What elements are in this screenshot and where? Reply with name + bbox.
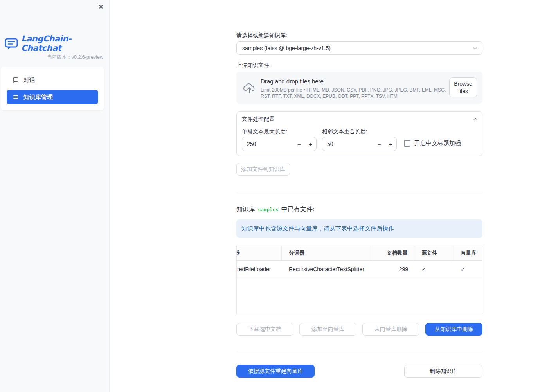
cell-text: RecursiveCharacterTextSplitter [289, 266, 364, 272]
sidebar-item-label: 知识库管理 [23, 94, 53, 101]
kb-select-label: 请选择或新建知识库: [236, 32, 287, 39]
col-header-text: 器 [237, 250, 240, 257]
cell-text: redFileLoader [237, 266, 271, 272]
info-banner: 知识库中包含源文件与向量库，请从下表中选择文件后操作 [236, 219, 482, 238]
upload-limit-text: Limit 200MB per file • HTML, MD, JSON, C… [261, 87, 448, 99]
expander-header[interactable]: 文件处理配置 [237, 112, 482, 127]
minus-button[interactable]: − [374, 137, 385, 151]
menu-list-icon [13, 94, 19, 100]
version-label: 当前版本：v0.2.6-preview [47, 54, 103, 61]
col-header-doc-count[interactable]: 文档数量 [371, 246, 415, 260]
download-selected-button[interactable]: 下载选中文档 [236, 323, 293, 336]
table-row[interactable]: redFileLoader RecursiveCharacterTextSpli… [237, 261, 482, 278]
sidebar-item-kb-management[interactable]: 知识库管理 [7, 90, 98, 104]
sidebar-menu: 对话 知识库管理 [1, 67, 104, 110]
divider [236, 351, 482, 351]
col-header-splitter[interactable]: 分词器 [282, 246, 371, 260]
col-header-text: 向量库 [461, 250, 477, 257]
logo-chat-icon [5, 38, 18, 49]
rebuild-vector-store-button[interactable]: 依据源文件重建向量库 [236, 365, 315, 378]
plus-button[interactable]: + [305, 137, 316, 151]
app-logo: LangChain-Chatchat [5, 34, 109, 53]
kb-select[interactable]: samples (faiss @ bge-large-zh-v1.5) [236, 41, 482, 55]
logo-text: LangChain-Chatchat [21, 34, 109, 53]
chinese-title-enhance-checkbox[interactable]: 开启中文标题加强 [404, 140, 461, 147]
overlap-value[interactable]: 50 [322, 141, 374, 147]
max-length-value[interactable]: 250 [242, 141, 293, 147]
upload-cloud-icon [243, 83, 256, 95]
expander-title: 文件处理配置 [242, 116, 275, 123]
cell-text: 299 [399, 266, 408, 272]
delete-from-vector-store-button[interactable]: 从向量库删除 [362, 323, 419, 336]
browse-files-button[interactable]: Browse files [449, 77, 477, 97]
plus-button[interactable]: + [385, 137, 396, 151]
heading-prefix: 知识库 [236, 205, 255, 214]
cell-source-file-check: ✓ [415, 261, 453, 278]
drag-drop-text: Drag and drop files here [261, 78, 324, 85]
file-config-expander: 文件处理配置 单段文本最大长度: 相邻文本重合长度: 250 − + 50 − … [236, 111, 482, 156]
kb-select-value: samples (faiss @ bge-large-zh-v1.5) [242, 45, 331, 51]
cell-doc-count: 299 [371, 261, 415, 278]
max-length-input[interactable]: 250 − + [242, 137, 317, 151]
add-files-to-kb-button[interactable]: 添加文件到知识库 [236, 163, 290, 176]
chevron-up-icon [473, 118, 477, 122]
heading-suffix: 中已有文件: [281, 205, 314, 214]
overlap-input[interactable]: 50 − + [322, 137, 397, 151]
delete-kb-button[interactable]: 删除知识库 [404, 365, 482, 378]
check-icon: ✓ [421, 266, 426, 272]
col-header-text: 源文件 [421, 250, 437, 257]
chat-bubble-icon [13, 77, 19, 83]
sidebar: × LangChain-Chatchat 当前版本：v0.2.6-preview… [0, 0, 110, 392]
col-header-loader[interactable]: 器 [237, 246, 282, 260]
upload-label: 上传知识文件: [236, 62, 271, 69]
overlap-label: 相邻文本重合长度: [322, 128, 367, 135]
add-to-vector-store-button[interactable]: 添加至向量库 [299, 323, 356, 336]
existing-files-heading: 知识库 samples 中已有文件: [236, 205, 314, 214]
table-header-row: 器 分词器 文档数量 源文件 向量库 [237, 246, 482, 261]
minus-button[interactable]: − [293, 137, 305, 151]
checkbox-label: 开启中文标题加强 [414, 140, 461, 147]
col-header-text: 文档数量 [387, 250, 408, 257]
max-length-label: 单段文本最大长度: [242, 128, 287, 135]
check-icon: ✓ [461, 266, 465, 272]
file-uploader-dropzone[interactable]: Drag and drop files here Limit 200MB per… [236, 72, 482, 104]
divider [236, 192, 482, 192]
checkbox-icon[interactable] [404, 140, 410, 147]
cell-vector-store-check: ✓ [453, 261, 482, 278]
delete-from-kb-button[interactable]: 从知识库中删除 [425, 323, 482, 336]
col-header-text: 分词器 [289, 250, 305, 257]
sidebar-item-label: 对话 [23, 77, 35, 84]
kb-name-code: samples [258, 207, 279, 212]
cell-loader: redFileLoader [237, 261, 282, 278]
chevron-down-icon [473, 45, 477, 49]
close-icon[interactable]: × [96, 2, 106, 12]
main-content: 请选择或新建知识库: samples (faiss @ bge-large-zh… [236, 0, 483, 392]
cell-splitter: RecursiveCharacterTextSplitter [282, 261, 371, 278]
col-header-vector-store[interactable]: 向量库 [453, 246, 482, 260]
info-text: 知识库中包含源文件与向量库，请从下表中选择文件后操作 [241, 225, 394, 232]
files-table: 器 分词器 文档数量 源文件 向量库 redFileLoader Recursi… [236, 246, 482, 314]
sidebar-item-dialogue[interactable]: 对话 [7, 73, 98, 88]
col-header-source-file[interactable]: 源文件 [415, 246, 453, 260]
